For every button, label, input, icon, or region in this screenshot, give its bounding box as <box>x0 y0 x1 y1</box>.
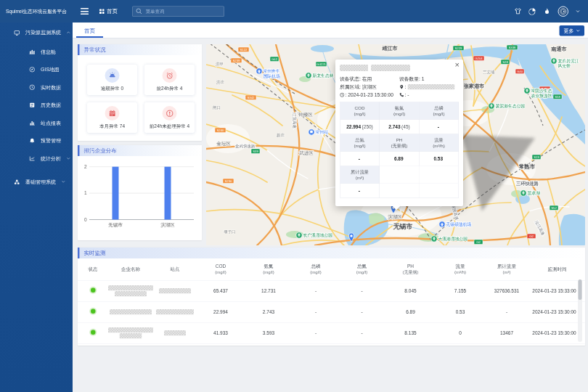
map-poi-station[interactable]: 常州站 <box>309 129 328 135</box>
metric-header-COD: COD(mg/l) <box>340 102 380 120</box>
popup-field-设备数量: 设备数量: 1 <box>399 75 459 82</box>
route-badge-label: S122 <box>240 48 248 52</box>
metric-empty-cell <box>420 184 460 198</box>
hamburger-icon[interactable] <box>81 8 89 15</box>
sidebar-item-2[interactable]: GIS地图 <box>0 61 73 79</box>
breadcrumb[interactable]: 首页 <box>99 8 118 15</box>
base-system-icon <box>14 179 20 185</box>
monitor-row-2[interactable]: 41.9333.593--8.1350134672024-01-23 15:30… <box>78 322 585 343</box>
map-poi-park[interactable]: 大溪港湿地公园 <box>431 236 467 242</box>
map-city-label: 无锡市 <box>393 223 413 230</box>
popup-field-value: 2024-01-23 15:30:00 <box>348 92 393 98</box>
skin-icon[interactable] <box>515 8 522 15</box>
popup-metrics-grid: COD(mg/l)氨氮(mg/l)总磷(mg/l)22.994(250)2.74… <box>340 102 459 198</box>
abnormal-card-2[interactable]: 本月异常 74 <box>87 102 137 133</box>
tabbar: 首页 更多 <box>73 23 588 38</box>
route-badge-label: S58 <box>555 95 560 99</box>
table-scrollbar-thumb[interactable] <box>579 279 582 300</box>
sidebar-item-3[interactable]: 实时数据 <box>0 78 73 97</box>
cell-station-redacted <box>153 280 197 301</box>
caret-down-icon <box>67 155 71 162</box>
sidebar-item-label: 站点报表 <box>41 120 61 126</box>
sidebar-item-0[interactable]: 污染源监测系统 <box>0 23 73 43</box>
more-button[interactable]: 更多 <box>560 25 585 36</box>
map-city-label: 滨湖区 <box>388 214 402 220</box>
map-poi-park[interactable]: 昆承湖 <box>520 190 540 196</box>
route-badge: G204 <box>473 56 484 61</box>
map-poi-park[interactable]: 长广溪湿地公园 <box>296 232 332 238</box>
tab-home[interactable]: 首页 <box>76 23 103 38</box>
col-企业名称: 企业名称 <box>108 258 153 280</box>
monitor-row-0[interactable]: 65.43712.731--8.0457.155327636.5312024-0… <box>78 280 585 301</box>
popup-info-row: : 2024-01-23 15:30:00: - <box>340 91 459 99</box>
flame-icon[interactable] <box>544 8 551 15</box>
sidebar-item-5[interactable]: 站点报表 <box>0 114 73 132</box>
bar-滨湖区[interactable] <box>165 167 171 220</box>
abnormal-card-3[interactable]: 前24h未处理异常 4 <box>144 102 195 133</box>
topbar-actions <box>515 6 588 17</box>
split-circle-icon[interactable] <box>529 8 536 15</box>
metric-value-流量: 0.53 <box>420 152 460 166</box>
col-PH: PH(无量纲) <box>385 258 436 280</box>
table-scrollbar[interactable] <box>578 279 582 342</box>
cell-station-redacted <box>153 322 197 343</box>
metric-value-main: - <box>359 188 360 194</box>
cell-company-redacted <box>108 322 153 343</box>
monitor-table-header: 状态企业名称站点COD(mg/l)氨氮(mg/l)总磷(mg/l)总氮(mg/l… <box>78 258 585 280</box>
sidebar-item-1[interactable]: 信息舱 <box>0 43 73 61</box>
metric-value-main: 6.89 <box>394 156 404 162</box>
metric-header-总氮: 总氮(mg/l) <box>340 134 380 152</box>
route-badge: S19 <box>532 155 541 160</box>
sidebar-item-4[interactable]: 历史数据 <box>0 97 73 115</box>
topbar: Squirrel生态环境云服务平台 首页 <box>0 0 588 23</box>
cell-company-redacted <box>108 301 153 322</box>
map-poi-park[interactable]: 黄泥港生态公园 <box>489 103 525 109</box>
search-input[interactable] <box>145 8 218 15</box>
monitor-header-row: 状态企业名称站点COD(mg/l)氨氮(mg/l)总磷(mg/l)总氮(mg/l… <box>78 258 585 280</box>
col-name: 状态 <box>89 266 98 272</box>
col-name: 站点 <box>171 266 180 272</box>
popup-field-电话: : - <box>399 92 459 98</box>
cell-value: - <box>339 280 385 301</box>
route-badge-label: G2 <box>529 234 534 238</box>
user-chevron-down-icon[interactable] <box>576 9 580 14</box>
route-badge-label: S240 <box>216 128 224 132</box>
col-name: COD <box>216 264 226 269</box>
map-poi-airport[interactable]: 无锡硕放机场 <box>439 221 472 227</box>
map-poi-label: 风光带 <box>558 64 571 69</box>
route-badge-label: S229 <box>454 46 462 50</box>
metric-value-氨氮: 2.743(45) <box>380 120 420 134</box>
abnormal-card-1[interactable]: 前24h异常 4 <box>144 65 195 95</box>
route-badge: S52 <box>550 205 558 211</box>
map-city-label: 金坛区 <box>216 141 231 146</box>
sidebar-item-label: 历史数据 <box>41 102 61 108</box>
route-badge-label: G4221 <box>317 62 327 66</box>
route-badge: S239 <box>231 58 242 63</box>
metric-value-main: 22.994 <box>346 124 361 130</box>
map-poi-label: 无锡硕放机场 <box>446 221 472 227</box>
bar-无锡市[interactable] <box>113 167 119 220</box>
col-氨氮: 氨氮(mg/l) <box>245 258 293 280</box>
route-badge-label: S338 <box>508 46 516 49</box>
popup-info: 设备状态: 在用设备数量: 1所属区域: 滨湖区: : 2024-01-23 1… <box>340 75 459 99</box>
popup-field-value: 1 <box>422 76 425 82</box>
map-poi-label: 大溪港湿地公园 <box>438 236 468 242</box>
sidebar-item-label: 信息舱 <box>41 49 56 55</box>
map-poi-park[interactable]: 新龙生态林 <box>306 73 334 78</box>
map-poi-label: 新龙生态林 <box>313 73 334 78</box>
col-name: 氨氮 <box>264 264 274 269</box>
sidebar-item-7[interactable]: 统计分析 <box>0 150 73 168</box>
popup-close-icon[interactable]: × <box>455 60 460 70</box>
metric-value-ref: (45) <box>401 124 410 130</box>
menu-search[interactable] <box>132 6 224 17</box>
avatar[interactable] <box>558 6 569 17</box>
more-chevron-down-icon <box>576 29 581 33</box>
col-流量: 流量(m³/h) <box>436 258 484 280</box>
sidebar-item-6[interactable]: 预警管理 <box>0 132 73 150</box>
sidebar-item-8[interactable]: 基础管理系统 <box>0 172 73 192</box>
monitor-row-1[interactable]: 22.9942.743--6.890.53-2024-01-23 15:30:0… <box>78 301 585 322</box>
info-cabin-icon <box>29 49 36 55</box>
map-poi-label: 长广溪湿地公园 <box>303 232 333 238</box>
col-总氮: 总氮(mg/l) <box>339 258 385 280</box>
abnormal-card-0[interactable]: 逾期异常 0 <box>87 65 137 95</box>
